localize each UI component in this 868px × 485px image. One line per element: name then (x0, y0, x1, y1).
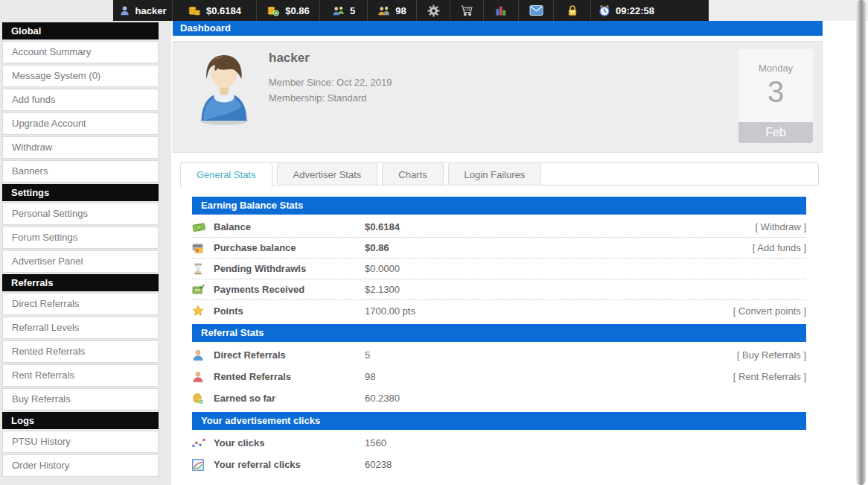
stat-row-payments-received: Payments Received $2.1300 (192, 279, 806, 300)
topbar-direct-referrals[interactable]: 5 (320, 0, 368, 21)
sidebar-item-message-system[interactable]: Message System (0) (2, 65, 159, 87)
sidebar-item-order-history[interactable]: Order History (2, 454, 159, 477)
stat-value: $0.6184 (365, 221, 755, 232)
sidebar-item-advertiser-panel[interactable]: Advertiser Panel (2, 250, 159, 273)
referrals-icon (332, 5, 345, 16)
coins-icon (188, 4, 201, 16)
scatter-chart-icon (192, 437, 206, 449)
referral-stats-header: Referral Stats (192, 324, 806, 342)
cart-icon (460, 4, 473, 16)
date-day: 3 (738, 74, 813, 110)
stat-row-earned-so-far: Earned so far 60.2380 (192, 387, 806, 409)
stat-label: Purchase balance (214, 242, 365, 253)
profile-membership: Membership: Standard (269, 90, 392, 106)
stat-label: Direct Referrals (214, 349, 365, 361)
sidebar-section-global: Global (2, 22, 159, 39)
sidebar-item-add-funds[interactable]: Add funds (2, 89, 159, 111)
date-card: Monday 3 Feb (738, 49, 813, 143)
stat-label: Balance (214, 221, 365, 232)
profile-username: hacker (269, 51, 392, 66)
topbar-user[interactable]: hacker (113, 0, 173, 21)
stat-value: 1700.00 pts (365, 305, 733, 317)
stat-value: 98 (365, 371, 733, 382)
topbar-security[interactable] (554, 0, 591, 21)
payment-received-icon (192, 284, 206, 296)
topbar-balance[interactable]: $0.6184 (173, 0, 257, 21)
tab-general-stats[interactable]: General Stats (180, 162, 272, 188)
stat-label: Your referral clicks (214, 459, 365, 470)
tab-login-failures[interactable]: Login Failures (448, 162, 542, 186)
hourglass-icon (192, 263, 206, 275)
stat-row-rented-referrals: Rented Referrals 98 [ Rent Referrals ] (192, 366, 806, 387)
stat-row-points: Points 1700.00 pts [ Convert points ] (192, 300, 806, 321)
sidebar-item-rented-referrals[interactable]: Rented Referrals (2, 340, 159, 363)
stat-row-pending-withdrawals: Pending Withdrawls $0.0000 (192, 259, 806, 279)
sidebar: Global Account Summary Message System (0… (0, 21, 171, 485)
stat-value: 1560 (365, 437, 806, 448)
advertisement-clicks-rows: Your clicks 1560 Your referral clicks 60… (192, 430, 806, 478)
money-icon (192, 221, 206, 233)
stat-label: Pending Withdrawls (214, 263, 365, 274)
withdraw-link[interactable]: [ Withdraw ] (755, 221, 806, 232)
buy-referrals-link[interactable]: [ Buy Referrals ] (737, 349, 806, 361)
star-icon (192, 305, 206, 317)
sidebar-item-direct-referrals[interactable]: Direct Referrals (2, 293, 159, 315)
sidebar-item-account-summary[interactable]: Account Summary (2, 41, 159, 63)
clock-icon (599, 4, 610, 16)
sidebar-section-referrals: Referrals (2, 274, 159, 291)
sidebar-section-logs: Logs (2, 412, 159, 429)
topbar-server-time[interactable]: 09:22:58 (591, 0, 709, 21)
sidebar-item-rent-referrals[interactable]: Rent Referrals (2, 364, 159, 387)
sidebar-item-withdraw[interactable]: Withdraw (2, 136, 159, 159)
credit-card-icon (192, 242, 206, 254)
topbar-direct-referrals-count: 5 (350, 5, 355, 16)
stats-section: Earning Balance Stats Balance $0.6184 [ … (192, 197, 806, 478)
convert-points-link[interactable]: [ Convert points ] (733, 305, 806, 317)
stat-row-referral-clicks: Your referral clicks 60238 (192, 454, 806, 475)
sidebar-item-buy-referrals[interactable]: Buy Referrals (2, 388, 159, 410)
stat-label: Earned so far (214, 393, 365, 404)
stat-row-direct-referrals: Direct Referrals 5 [ Buy Referrals ] (192, 344, 806, 366)
main-content: Dashboard hacker Member Since: Oct 22, 2… (173, 21, 823, 485)
bar-chart-icon (495, 4, 507, 16)
stat-value: 60.2380 (365, 393, 806, 404)
topbar-statistics[interactable] (484, 0, 519, 21)
coin-add-icon (192, 393, 206, 405)
stat-label: Payments Received (214, 284, 365, 295)
sidebar-item-personal-settings[interactable]: Personal Settings (2, 203, 159, 225)
sidebar-item-referrall-levels[interactable]: Referrall Levels (2, 317, 159, 339)
earning-stats-header: Earning Balance Stats (192, 197, 806, 215)
tab-charts[interactable]: Charts (382, 162, 443, 186)
avatar (191, 48, 257, 130)
scrollbar[interactable] (856, 0, 866, 485)
rent-referrals-link[interactable]: [ Rent Referrals ] (733, 371, 806, 382)
referral-stats-rows: Direct Referrals 5 [ Buy Referrals ] Ren… (192, 342, 806, 412)
stats-tabs: General Stats Advertiser Stats Charts Lo… (180, 162, 819, 186)
profile-member-since: Member Since: Oct 22, 2019 (269, 75, 392, 90)
envelope-icon (529, 5, 543, 16)
profile-panel: hacker Member Since: Oct 22, 2019 Member… (173, 41, 823, 153)
topbar-settings[interactable] (417, 0, 450, 21)
line-chart-icon (192, 459, 206, 471)
gear-icon (427, 4, 440, 17)
coins-add-icon (267, 4, 280, 16)
stat-row-purchase-balance: Purchase balance $0.86 [ Add funds ] (192, 238, 806, 259)
topbar-purchase-balance[interactable]: $0.86 (257, 0, 320, 21)
date-month: Feb (738, 122, 813, 143)
stat-row-your-clicks: Your clicks 1560 (192, 432, 806, 454)
sidebar-item-ptsu-history[interactable]: PTSU History (2, 431, 159, 453)
tab-advertiser-stats[interactable]: Advertiser Stats (277, 162, 378, 186)
add-funds-link[interactable]: [ Add funds ] (753, 242, 806, 253)
topbar-shop[interactable] (450, 0, 484, 21)
stat-value: $0.86 (365, 242, 753, 253)
sidebar-item-banners[interactable]: Banners (2, 160, 159, 183)
date-weekday: Monday (738, 63, 813, 74)
topbar-rented-referrals[interactable]: 98 (368, 0, 417, 21)
stat-label: Points (214, 305, 365, 317)
sidebar-item-forum-settings[interactable]: Forum Settings (2, 226, 159, 249)
sidebar-item-upgrade-account[interactable]: Upgrade Account (2, 112, 159, 135)
advertisement-clicks-header: Your advertisement clicks (192, 412, 806, 430)
topbar-username: hacker (135, 5, 167, 16)
person-blue-icon (192, 349, 206, 361)
topbar-messages[interactable] (519, 0, 554, 21)
